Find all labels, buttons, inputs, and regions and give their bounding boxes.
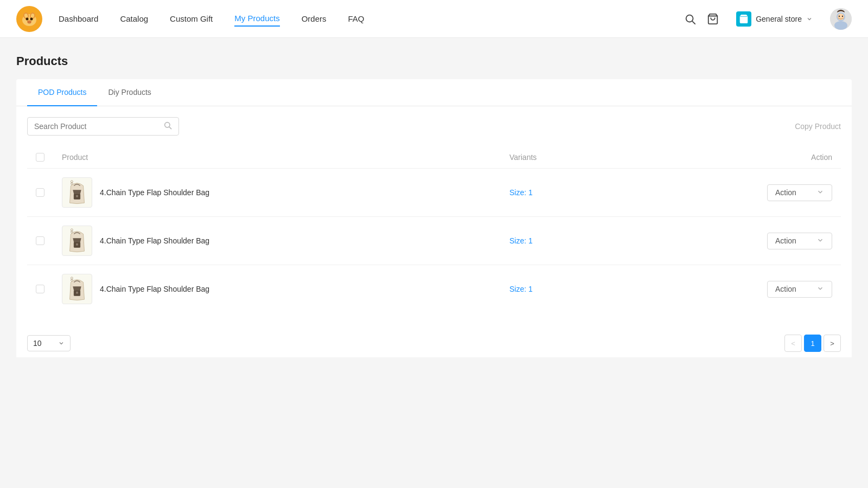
nav-my-products[interactable]: My Products xyxy=(234,11,279,27)
svg-rect-22 xyxy=(76,195,78,197)
svg-line-20 xyxy=(169,127,171,129)
pagination-prev-button[interactable]: < xyxy=(784,335,802,352)
variant-info-3: Size: 1 xyxy=(509,285,533,293)
header-variants-col: Variants xyxy=(501,146,704,169)
nav-catalog[interactable]: Catalog xyxy=(120,11,148,26)
svg-point-17 xyxy=(839,15,840,16)
svg-point-6 xyxy=(26,17,29,20)
row-checkbox-1[interactable] xyxy=(36,188,44,197)
svg-point-34 xyxy=(71,277,73,279)
product-name-3: 4.Chain Type Flap Shoulder Bag xyxy=(100,285,209,293)
nav-dashboard[interactable]: Dashboard xyxy=(59,11,98,26)
nav-custom-gift[interactable]: Custom Gift xyxy=(170,11,213,26)
svg-rect-27 xyxy=(76,243,78,246)
action-chevron-2 xyxy=(816,236,824,246)
row-product-cell: 4.Chain Type Flap Shoulder Bag xyxy=(53,169,501,217)
svg-point-15 xyxy=(834,21,847,30)
search-icon[interactable] xyxy=(684,13,696,25)
nav-orders[interactable]: Orders xyxy=(302,11,327,26)
products-table: Product Variants Action xyxy=(27,146,841,313)
page-title: Products xyxy=(16,54,852,68)
pagination-next-button[interactable]: > xyxy=(824,335,841,352)
svg-point-24 xyxy=(71,181,73,183)
page-size-value: 10 xyxy=(33,339,42,348)
copy-product-button[interactable]: Copy Product xyxy=(795,119,841,134)
tabs: POD Products Diy Products xyxy=(16,79,852,106)
row-checkbox-cell xyxy=(27,169,53,217)
variant-info-1: Size: 1 xyxy=(509,188,533,197)
tab-diy-products[interactable]: Diy Products xyxy=(97,79,162,106)
table-header-row: Product Variants Action xyxy=(27,146,841,169)
table-toolbar: Copy Product xyxy=(27,117,841,136)
search-input-icon xyxy=(163,121,172,132)
header-product-col: Product xyxy=(53,146,501,169)
svg-point-9 xyxy=(686,15,693,22)
table-row: 4.Chain Type Flap Shoulder Bag Size: 1 A… xyxy=(27,169,841,217)
variant-info-2: Size: 1 xyxy=(509,236,533,245)
row-checkbox-cell xyxy=(27,217,53,265)
table-row: 4.Chain Type Flap Shoulder Bag Size: 1 A… xyxy=(27,265,841,313)
row-variants-cell-3: Size: 1 xyxy=(501,265,704,313)
cart-icon[interactable] xyxy=(707,13,719,25)
action-chevron-3 xyxy=(816,285,824,294)
svg-point-18 xyxy=(842,15,843,16)
row-checkbox-cell xyxy=(27,265,53,313)
row-action-cell-1: Action xyxy=(704,169,841,217)
svg-point-29 xyxy=(71,229,73,231)
store-name-label: General store xyxy=(756,15,802,23)
action-dropdown-1[interactable]: Action xyxy=(767,184,832,201)
table-row: 4.Chain Type Flap Shoulder Bag Size: 1 A… xyxy=(27,217,841,265)
svg-point-7 xyxy=(30,17,33,20)
header-action-col: Action xyxy=(704,146,841,169)
svg-rect-32 xyxy=(76,292,78,294)
row-checkbox-2[interactable] xyxy=(36,236,44,245)
main-nav: Dashboard Catalog Custom Gift My Product… xyxy=(59,11,684,27)
svg-line-10 xyxy=(693,21,695,24)
store-dropdown-icon xyxy=(806,16,813,22)
user-avatar[interactable] xyxy=(830,8,852,30)
svg-point-19 xyxy=(165,123,170,127)
row-product-cell: 4.Chain Type Flap Shoulder Bag xyxy=(53,217,501,265)
main-content: Products POD Products Diy Products xyxy=(0,38,868,488)
header-checkbox-col xyxy=(27,146,53,169)
store-selector[interactable]: General store xyxy=(730,8,819,30)
pagination-controls: < 1 > xyxy=(784,335,841,352)
row-checkbox-3[interactable] xyxy=(36,285,44,293)
pagination-page-1-button[interactable]: 1 xyxy=(804,335,821,352)
product-thumbnail-2 xyxy=(62,226,92,256)
tabs-container: POD Products Diy Products Copy Product xyxy=(16,79,852,324)
product-name-2: 4.Chain Type Flap Shoulder Bag xyxy=(100,236,209,245)
product-name-1: 4.Chain Type Flap Shoulder Bag xyxy=(100,188,209,197)
select-all-checkbox[interactable] xyxy=(36,153,44,162)
action-dropdown-2[interactable]: Action xyxy=(767,233,832,249)
pagination-bar: 10 < 1 > xyxy=(16,324,852,357)
row-action-cell-3: Action xyxy=(704,265,841,313)
header: Dashboard Catalog Custom Gift My Product… xyxy=(0,0,868,38)
logo[interactable] xyxy=(16,6,42,32)
row-product-cell: 4.Chain Type Flap Shoulder Bag xyxy=(53,265,501,313)
row-action-cell-2: Action xyxy=(704,217,841,265)
product-thumbnail-3 xyxy=(62,274,92,304)
search-box[interactable] xyxy=(27,117,179,136)
row-variants-cell-1: Size: 1 xyxy=(501,169,704,217)
tab-pod-products[interactable]: POD Products xyxy=(27,79,97,106)
nav-faq[interactable]: FAQ xyxy=(348,11,364,26)
page-size-chevron-icon xyxy=(58,340,65,346)
store-bag-icon xyxy=(736,11,751,27)
product-thumbnail-1 xyxy=(62,177,92,208)
page-size-selector[interactable]: 10 xyxy=(27,335,71,351)
row-variants-cell-2: Size: 1 xyxy=(501,217,704,265)
search-input[interactable] xyxy=(34,122,160,131)
action-dropdown-3[interactable]: Action xyxy=(767,281,832,298)
action-chevron-1 xyxy=(816,188,824,197)
table-container: Copy Product Product Variants Action xyxy=(16,106,852,324)
header-right: General store xyxy=(684,8,852,30)
